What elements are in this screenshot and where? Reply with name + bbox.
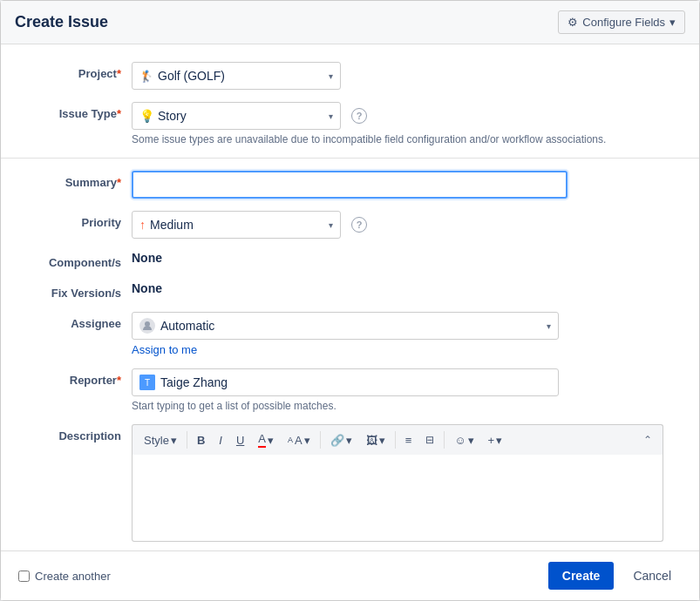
assignee-icon [139,318,155,334]
components-value: None [132,246,162,265]
gear-icon [567,16,578,29]
fix-versions-field: None [132,281,682,295]
project-select[interactable]: 🏌 Golf (GOLF) ▾ [132,62,341,90]
fix-versions-label: Fix Version/s [18,281,132,300]
create-issue-dialog: Create Issue Configure Fields Project* 🏌… [0,0,700,601]
summary-input[interactable] [132,171,567,199]
dialog-footer: Create another Create Cancel [1,550,699,600]
fix-versions-value: None [132,276,162,295]
toolbar-sep-3 [395,431,396,449]
font-size-btn[interactable]: AA ▾ [282,429,316,451]
svg-text:T: T [145,378,150,388]
issue-type-help-icon[interactable]: ? [351,108,367,124]
create-button[interactable]: Create [548,562,615,590]
toolbar-sep-1 [187,431,187,449]
issue-type-row: Issue Type* 💡 Story ▾ ? Some issue types… [1,102,699,145]
project-icon: 🏌 [139,69,153,83]
project-field: 🏌 Golf (GOLF) ▾ [132,62,682,90]
issue-type-select[interactable]: 💡 Story ▾ [132,102,341,130]
reporter-avatar: T [139,375,155,390]
issue-type-field: 💡 Story ▾ ? Some issue types are unavail… [132,102,682,145]
assignee-row: Assignee Automatic ▾ Assign to me [1,312,699,356]
description-label: Description [18,424,132,442]
components-field: None [132,251,682,265]
assignee-value: Automatic [160,319,547,333]
assignee-select[interactable]: Automatic ▾ [132,312,559,340]
description-field: Style ▾ B I U A ▾ [132,424,663,544]
text-color-btn[interactable]: A ▾ [252,429,280,451]
numbered-list-btn[interactable]: ⊟ [419,429,440,451]
description-row: Description Style ▾ B I U [1,424,699,544]
summary-field [132,171,682,199]
underline-btn[interactable]: U [230,429,250,451]
assignee-dropdown-arrow: ▾ [547,321,551,331]
project-row: Project* 🏌 Golf (GOLF) ▾ [1,62,699,90]
issue-type-info: Some issue types are unavailable due to … [132,133,682,145]
summary-label: Summary* [18,171,132,189]
priority-row: Priority ↑ Medium ▾ ? [1,211,699,239]
style-dropdown-btn[interactable]: Style ▾ [138,429,183,451]
priority-icon: ↑ [139,218,146,232]
toolbar-sep-4 [444,431,445,449]
reporter-row: Reporter* T Taige Zhang Start typing to … [1,368,699,412]
font-size-chevron: ▾ [304,434,310,447]
project-label: Project* [18,62,132,80]
style-chevron: ▾ [171,434,177,447]
story-icon: 💡 [139,109,153,123]
components-row: Component/s None [1,251,699,269]
dialog-header: Create Issue Configure Fields [1,1,699,44]
reporter-name: Taige Zhang [160,375,228,389]
description-toolbar: Style ▾ B I U A ▾ [132,424,663,455]
reporter-label: Reporter* [18,368,132,387]
issue-type-label: Issue Type* [18,102,132,120]
image-btn[interactable]: 🖼 ▾ [360,429,391,451]
reporter-hint: Start typing to get a list of possible m… [132,400,682,412]
description-textarea[interactable] [132,455,663,542]
assignee-label: Assignee [18,312,132,330]
configure-fields-chevron [669,16,676,29]
assign-to-me-link[interactable]: Assign to me [132,343,197,356]
dialog-body: Project* 🏌 Golf (GOLF) ▾ Issue Type* [1,44,699,550]
text-color-chevron: ▾ [268,434,274,447]
create-another-label[interactable]: Create another [18,570,111,583]
emoji-btn[interactable]: ☺ ▾ [448,429,479,451]
summary-row: Summary* [1,171,699,199]
reporter-input-wrap[interactable]: T Taige Zhang [132,368,559,396]
configure-fields-label: Configure Fields [582,16,665,29]
priority-value: Medium [150,218,194,232]
insert-chevron: ▾ [496,434,502,447]
bold-btn[interactable]: B [191,429,211,451]
bullet-list-btn[interactable]: ≡ [399,429,418,451]
fix-versions-row: Fix Version/s None [1,281,699,300]
reporter-field: T Taige Zhang Start typing to get a list… [132,368,682,412]
priority-field: ↑ Medium ▾ ? [132,211,682,239]
cancel-button[interactable]: Cancel [622,562,682,590]
assignee-field: Automatic ▾ Assign to me [132,312,682,356]
components-label: Component/s [18,251,132,269]
collapse-icon: ⌃ [643,434,652,446]
priority-label: Priority [18,211,132,229]
divider [1,158,699,159]
priority-select[interactable]: ↑ Medium ▾ [132,211,341,239]
create-another-checkbox[interactable] [18,571,30,582]
image-chevron: ▾ [379,434,385,447]
emoji-chevron: ▾ [468,434,474,447]
italic-btn[interactable]: I [213,429,228,451]
priority-help-icon[interactable]: ? [351,217,367,233]
project-value: Golf (GOLF) [158,69,225,83]
insert-btn[interactable]: + ▾ [482,429,509,451]
dialog-title: Create Issue [15,13,108,31]
toolbar-sep-2 [320,431,321,449]
issue-type-value: Story [158,109,187,123]
link-chevron: ▾ [346,434,352,447]
configure-fields-button[interactable]: Configure Fields [558,10,685,34]
collapse-btn[interactable]: ⌃ [638,431,657,449]
link-btn[interactable]: 🔗 ▾ [324,429,358,451]
